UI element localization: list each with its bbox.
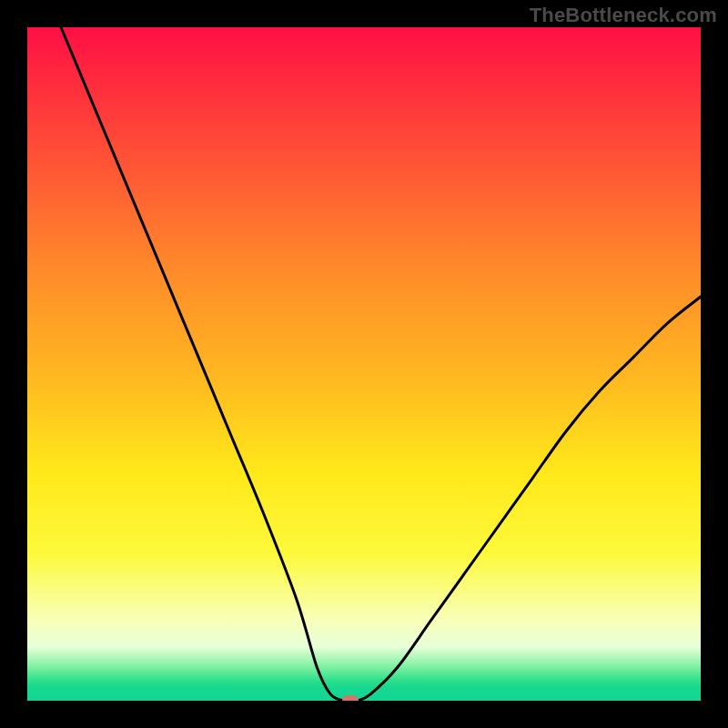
optimal-marker	[342, 695, 359, 701]
bottleneck-curve	[27, 27, 701, 701]
chart-frame: TheBottleneck.com	[0, 0, 728, 728]
watermark-text: TheBottleneck.com	[530, 4, 717, 27]
plot-area	[27, 27, 701, 701]
